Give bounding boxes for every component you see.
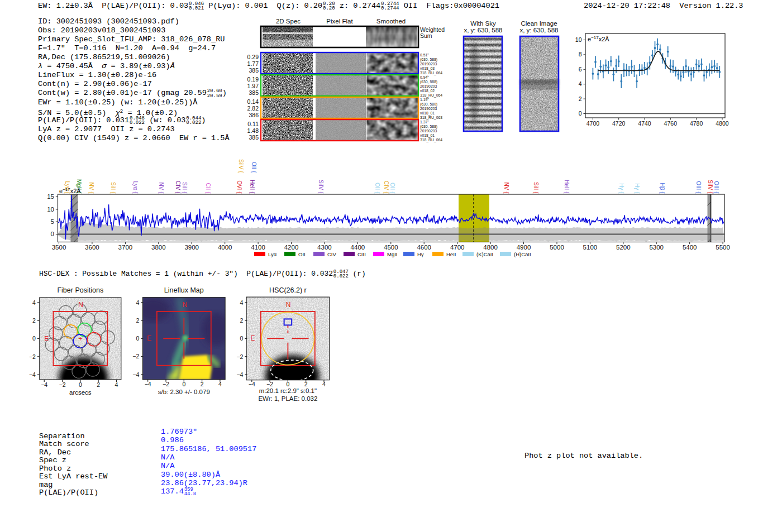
svg-text:4200: 4200 bbox=[284, 244, 299, 251]
svg-text:10: 10 bbox=[575, 36, 582, 43]
svg-text:Pixel Flat: Pixel Flat bbox=[326, 18, 353, 25]
svg-text:N: N bbox=[183, 301, 188, 309]
svg-text:−2: −2 bbox=[163, 381, 169, 387]
svg-text:4: 4 bbox=[218, 381, 222, 387]
svg-text:HeII: HeII bbox=[446, 251, 456, 257]
svg-text:HSC(26.2) r: HSC(26.2) r bbox=[269, 286, 307, 294]
svg-text:4500: 4500 bbox=[384, 244, 398, 251]
svg-text:8: 8 bbox=[579, 51, 582, 57]
svg-text:Lineflux Map: Lineflux Map bbox=[164, 286, 204, 294]
svg-text:4600: 4600 bbox=[417, 244, 431, 251]
svg-text:0.11: 0.11 bbox=[247, 121, 259, 127]
svg-text:OII {: OII { bbox=[251, 162, 257, 173]
svg-text:−4: −4 bbox=[132, 371, 139, 378]
svg-text:318_RU_064: 318_RU_064 bbox=[420, 138, 442, 142]
svg-text:20190203: 20190203 bbox=[420, 62, 437, 66]
svg-text:−2: −2 bbox=[132, 353, 139, 360]
svg-text:SiII {: SiII { bbox=[182, 182, 188, 194]
svg-text:v018_02: v018_02 bbox=[420, 89, 435, 93]
svg-text:EWr: 1, PLAE: 0.032: EWr: 1, PLAE: 0.032 bbox=[258, 395, 317, 402]
svg-text:5100: 5100 bbox=[583, 244, 598, 251]
svg-text:0.94": 0.94" bbox=[420, 75, 429, 79]
svg-text:CIV {: CIV { bbox=[383, 181, 389, 194]
svg-text:4800: 4800 bbox=[483, 244, 498, 251]
svg-text:e−17x2Å: e−17x2Å bbox=[59, 187, 81, 194]
svg-text:Hγ: Hγ bbox=[417, 251, 424, 257]
svg-text:5300: 5300 bbox=[649, 244, 664, 251]
svg-text:OII: OII bbox=[298, 251, 306, 257]
svg-text:5400: 5400 bbox=[683, 244, 697, 251]
svg-text:2D Spec: 2D Spec bbox=[276, 18, 301, 25]
svg-text:4720: 4720 bbox=[612, 120, 626, 127]
svg-text:6: 6 bbox=[579, 66, 582, 73]
svg-text:(K)CaII: (K)CaII bbox=[476, 251, 493, 257]
svg-text:v018_01: v018_01 bbox=[420, 133, 435, 138]
svg-text:N: N bbox=[286, 301, 291, 309]
svg-text:(630, 588): (630, 588) bbox=[420, 80, 437, 84]
svg-text:318_RU_064: 318_RU_064 bbox=[420, 93, 442, 98]
svg-text:0: 0 bbox=[32, 335, 36, 342]
svg-text:NV {: NV { bbox=[158, 182, 164, 194]
svg-text:0.29: 0.29 bbox=[247, 54, 259, 60]
svg-text:Hγ {: Hγ { bbox=[618, 183, 624, 194]
svg-text:SiIV {: SiIV { bbox=[318, 180, 324, 194]
svg-text:385: 385 bbox=[249, 67, 259, 74]
svg-text:−4: −4 bbox=[236, 371, 243, 378]
svg-text:318_RU_063: 318_RU_063 bbox=[420, 116, 442, 120]
svg-text:0: 0 bbox=[51, 231, 54, 237]
svg-text:(H)CaII: (H)CaII bbox=[514, 251, 531, 257]
svg-text:E: E bbox=[44, 335, 49, 343]
svg-text:−4: −4 bbox=[249, 381, 255, 387]
svg-text:4760: 4760 bbox=[664, 120, 678, 127]
svg-text:385: 385 bbox=[249, 134, 259, 141]
svg-text:OIII {: OIII { bbox=[695, 181, 702, 194]
svg-text:4400: 4400 bbox=[351, 244, 365, 251]
svg-text:2.82: 2.82 bbox=[247, 105, 259, 112]
svg-text:Lyα: Lyα bbox=[268, 251, 277, 257]
svg-text:Smoothed: Smoothed bbox=[376, 18, 406, 25]
svg-text:5000: 5000 bbox=[550, 244, 564, 251]
svg-text:5500: 5500 bbox=[716, 244, 730, 251]
svg-text:2: 2 bbox=[240, 317, 244, 324]
svg-text:(630, 588): (630, 588) bbox=[420, 124, 437, 129]
svg-text:OVI {: OVI { bbox=[236, 180, 242, 194]
svg-text:0: 0 bbox=[240, 335, 244, 342]
svg-text:CII {: CII { bbox=[205, 183, 211, 194]
svg-text:OIII {: OIII { bbox=[713, 181, 719, 194]
svg-text:−2: −2 bbox=[236, 353, 243, 360]
svg-text:5: 5 bbox=[51, 218, 54, 225]
svg-text:OII {: OII { bbox=[374, 183, 380, 194]
svg-text:5200: 5200 bbox=[616, 244, 631, 251]
svg-text:arcsecs: arcsecs bbox=[69, 389, 92, 396]
svg-text:(630, 580): (630, 580) bbox=[420, 102, 437, 107]
svg-text:20190203: 20190203 bbox=[420, 84, 437, 88]
svg-text:SiII {: SiII { bbox=[533, 182, 539, 194]
svg-text:3900: 3900 bbox=[184, 244, 199, 251]
svg-text:4: 4 bbox=[322, 381, 326, 387]
svg-text:4: 4 bbox=[136, 299, 139, 306]
svg-text:v018_03: v018_03 bbox=[420, 66, 435, 71]
svg-text:4700: 4700 bbox=[586, 120, 600, 127]
svg-text:x, y: 630, 588: x, y: 630, 588 bbox=[519, 27, 558, 33]
svg-text:0.14: 0.14 bbox=[247, 98, 259, 105]
svg-text:4: 4 bbox=[579, 80, 582, 87]
svg-text:20190203: 20190203 bbox=[420, 107, 437, 111]
svg-text:s/b: 2.30 +/- 0.079: s/b: 2.30 +/- 0.079 bbox=[158, 389, 210, 395]
svg-text:3600: 3600 bbox=[85, 244, 99, 251]
svg-text:3700: 3700 bbox=[118, 244, 133, 251]
svg-text:E: E bbox=[147, 334, 151, 342]
svg-text:318_RU_064: 318_RU_064 bbox=[420, 71, 442, 75]
svg-text:4800: 4800 bbox=[716, 120, 729, 127]
svg-text:With Sky: With Sky bbox=[470, 20, 496, 27]
svg-text:Sum: Sum bbox=[420, 32, 432, 39]
svg-text:1.48: 1.48 bbox=[247, 127, 259, 134]
svg-text:−4: −4 bbox=[145, 381, 151, 387]
svg-text:OII {: OII { bbox=[389, 183, 395, 194]
svg-text:CIII: CIII bbox=[357, 251, 366, 257]
svg-text:3800: 3800 bbox=[151, 244, 166, 251]
svg-text:4000: 4000 bbox=[218, 244, 232, 251]
svg-text:CIV: CIV bbox=[327, 251, 337, 257]
svg-text:4780: 4780 bbox=[690, 120, 703, 127]
svg-text:HeII {: HeII { bbox=[564, 180, 570, 194]
svg-text:SiII {: SiII { bbox=[110, 182, 116, 194]
